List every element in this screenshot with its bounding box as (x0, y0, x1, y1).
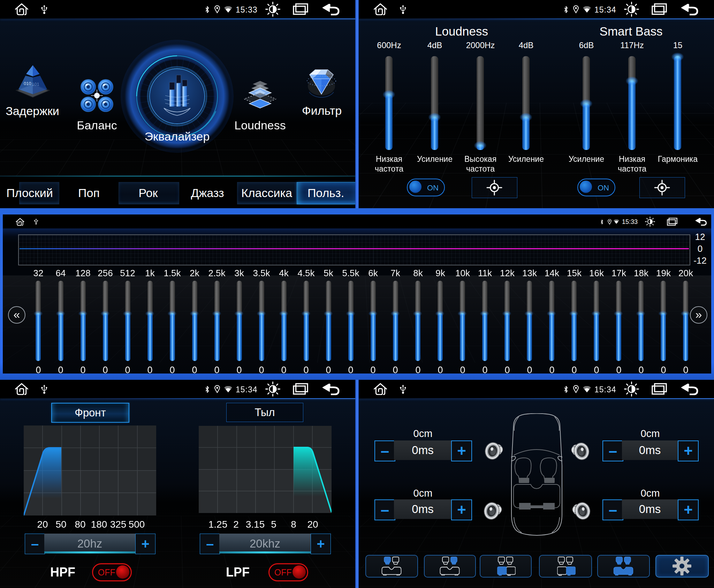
svg-text:010: 010 (24, 81, 31, 86)
svg-text:101: 101 (32, 82, 39, 87)
